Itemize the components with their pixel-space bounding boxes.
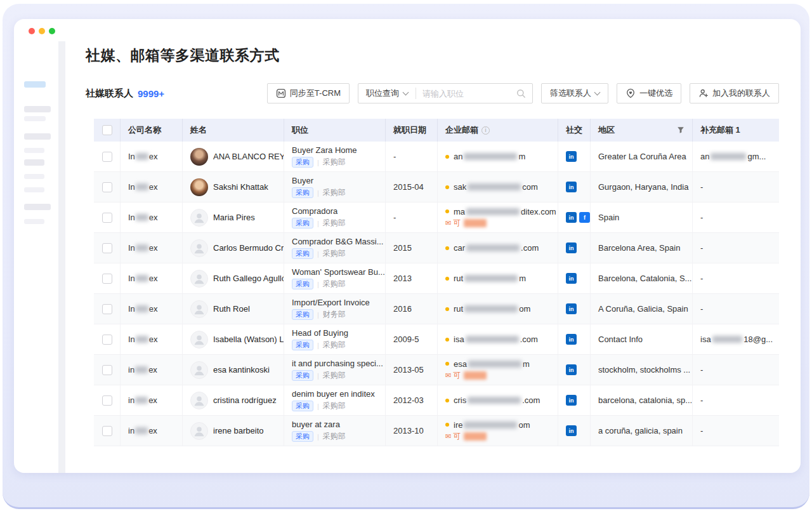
linkedin-icon[interactable]: in (566, 395, 577, 406)
minimize-window-icon[interactable] (39, 28, 45, 34)
company-cell: Inex (121, 324, 183, 354)
name-cell: Ruth Roel (183, 294, 284, 324)
name-cell: irene barbeito (183, 416, 284, 446)
region-cell: a coruña, galicia, spain (591, 416, 693, 446)
social-icons: in (558, 355, 591, 385)
blurred-text (466, 244, 520, 251)
contact-count: 9999+ (138, 88, 164, 99)
sidebar-skeleton-item (24, 148, 44, 153)
row-checkbox[interactable] (102, 243, 112, 253)
role-tag: 采购 (292, 370, 313, 381)
department-label: 采购部 (323, 157, 346, 168)
department-label: 采购部 (323, 370, 346, 381)
facebook-icon[interactable]: f (579, 212, 590, 223)
table-row: Inex Maria Pires Compradora 采购 | 采购部 - (94, 202, 779, 233)
social-icons: in (558, 385, 591, 415)
person-icon (191, 209, 207, 227)
table-row: inex cristina rodríguez denim buyer en i… (94, 385, 779, 416)
contact-name[interactable]: cristina rodríguez (213, 395, 277, 405)
row-checkbox[interactable] (102, 335, 112, 345)
linkedin-icon[interactable]: in (566, 151, 577, 162)
blurred-text (464, 421, 517, 428)
contact-list-label: 社媒联系人 (86, 88, 133, 100)
table-row: Inex ANA BLANCO REY Buyer Zara Home 采购 |… (94, 142, 779, 172)
row-checkbox[interactable] (102, 426, 112, 436)
row-checkbox[interactable] (102, 365, 112, 375)
sync-to-tcrm-button[interactable]: 同步至T-CRM (267, 83, 350, 103)
chevron-down-icon (594, 89, 601, 95)
linkedin-icon[interactable]: in (566, 364, 577, 375)
linkedin-icon[interactable]: in (566, 303, 577, 314)
contact-name[interactable]: Maria Pires (213, 213, 255, 222)
maximize-window-icon[interactable] (49, 28, 55, 34)
start-date-cell: 2013-10 (386, 416, 438, 446)
add-to-my-contacts-button[interactable]: 加入我的联系人 (690, 83, 779, 103)
person-icon (191, 392, 207, 409)
blurred-text (136, 336, 148, 343)
row-checkbox[interactable] (102, 274, 112, 284)
info-icon[interactable]: i (481, 126, 490, 135)
company-cell: Inex (121, 142, 183, 171)
row-checkbox[interactable] (102, 395, 112, 406)
blurred-text (464, 153, 517, 160)
social-icons: in (558, 233, 591, 263)
position-cell: Comprador B&G Massi... 采购 | 采购部 (284, 233, 386, 263)
position-title: it and purchasing speci... (292, 359, 383, 368)
linkedin-icon[interactable]: in (566, 425, 577, 436)
department-label: 采购部 (323, 340, 346, 350)
start-date-cell: 2015 (386, 233, 438, 263)
company-cell: Inex (121, 233, 183, 263)
blurred-text (464, 305, 518, 312)
position-search-group: 职位查询 (358, 83, 533, 103)
linkedin-icon[interactable]: in (566, 273, 577, 284)
linkedin-icon[interactable]: in (566, 242, 577, 253)
email-status-dot (445, 362, 449, 366)
search-icon[interactable] (516, 89, 526, 98)
filter-contacts-button[interactable]: 筛选联系人 (541, 83, 608, 103)
sidebar-skeleton-item (24, 116, 46, 121)
select-all-checkbox[interactable] (102, 125, 112, 135)
position-title: Comprador B&G Massi... (292, 237, 384, 246)
position-search-input[interactable] (416, 84, 516, 102)
company-cell: Inex (121, 263, 183, 293)
contact-name[interactable]: Sakshi Khattak (213, 182, 268, 192)
position-query-dropdown[interactable]: 职位查询 (358, 84, 416, 103)
social-icons: in (558, 263, 591, 293)
person-icon (191, 331, 207, 348)
linkedin-icon[interactable]: in (566, 212, 577, 223)
contact-name[interactable]: ANA BLANCO REY (213, 152, 284, 161)
row-checkbox[interactable] (102, 213, 112, 223)
contact-name[interactable]: irene barbeito (213, 426, 264, 435)
sidebar-skeleton-item (24, 187, 44, 192)
department-label: 采购部 (323, 279, 346, 289)
start-date-cell: 2013 (386, 263, 438, 293)
one-click-select-button[interactable]: 一键优选 (617, 83, 681, 103)
contact-name[interactable]: Carlos Bermudo Cr... (213, 243, 284, 253)
position-cell: Buyer 采购 | 采购部 (284, 172, 386, 202)
linkedin-icon[interactable]: in (566, 182, 577, 192)
filter-funnel-icon[interactable] (677, 126, 684, 134)
company-cell: Inex (121, 172, 183, 202)
row-checkbox[interactable] (102, 152, 112, 162)
sidebar-item-active[interactable] (24, 81, 46, 88)
name-cell: esa kantinkoski (183, 355, 284, 385)
sidebar-skeleton-item (24, 204, 51, 210)
row-checkbox[interactable] (102, 304, 112, 314)
email-cell: esam ✉可 (438, 355, 558, 385)
avatar (190, 331, 208, 348)
role-tag: 采购 (292, 157, 313, 168)
extra-email-cell: - (693, 385, 779, 415)
contact-name[interactable]: Ruth Roel (213, 304, 250, 314)
table-header-row: 公司名称 姓名 职位 就职日期 企业邮箱 i 社交 地区 (94, 119, 779, 142)
region-cell: Barcelona, Catalonia, S... (591, 263, 693, 293)
deliverable-tag: ✉可 (445, 218, 487, 229)
contact-name[interactable]: Ruth Gallego Agulló (213, 274, 284, 283)
position-title: Compradora (292, 206, 337, 216)
region-cell: Barcelona Area, Spain (591, 233, 693, 263)
contact-name[interactable]: Isabella (Watson) L... (213, 335, 284, 344)
position-title: Buyer Zara Home (292, 145, 357, 155)
linkedin-icon[interactable]: in (566, 334, 577, 345)
row-checkbox[interactable] (102, 182, 112, 192)
contact-name[interactable]: esa kantinkoski (213, 365, 270, 375)
close-window-icon[interactable] (29, 28, 35, 34)
